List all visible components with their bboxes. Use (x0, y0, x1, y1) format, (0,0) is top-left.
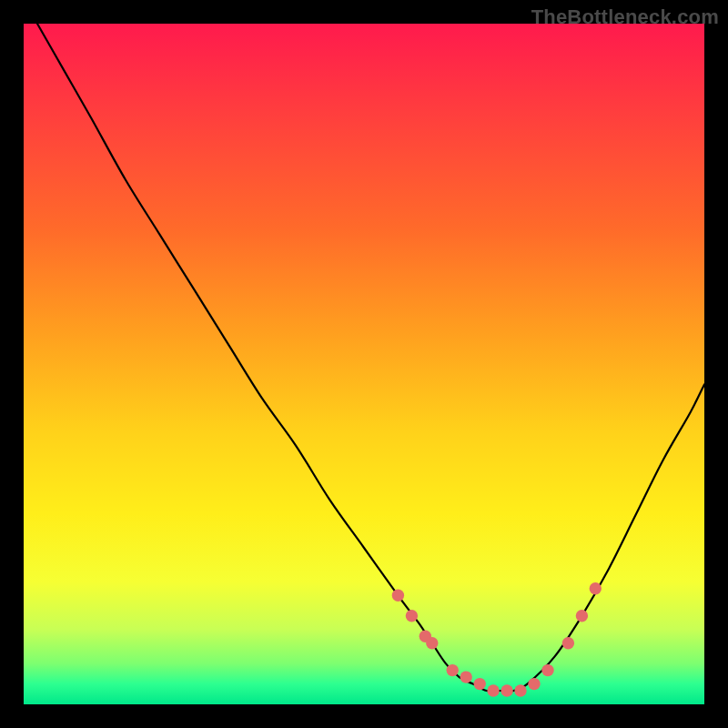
marker-point (514, 684, 526, 696)
marker-point (500, 684, 512, 696)
marker-point (541, 664, 553, 676)
marker-point (474, 678, 486, 690)
marker-point (406, 610, 418, 622)
marker-point (528, 678, 540, 690)
chart-svg (24, 24, 704, 704)
marker-point (447, 664, 459, 676)
highlight-markers (392, 582, 602, 697)
marker-point (460, 671, 472, 682)
plot-area (24, 24, 704, 704)
watermark-text: TheBottleneck.com (531, 5, 719, 29)
chart-frame: TheBottleneck.com (0, 0, 728, 728)
marker-point (426, 637, 438, 649)
marker-point (562, 637, 574, 649)
marker-point (590, 582, 602, 594)
bottleneck-curve (37, 24, 704, 692)
marker-point (576, 610, 588, 622)
marker-point (392, 590, 404, 602)
marker-point (487, 684, 499, 696)
